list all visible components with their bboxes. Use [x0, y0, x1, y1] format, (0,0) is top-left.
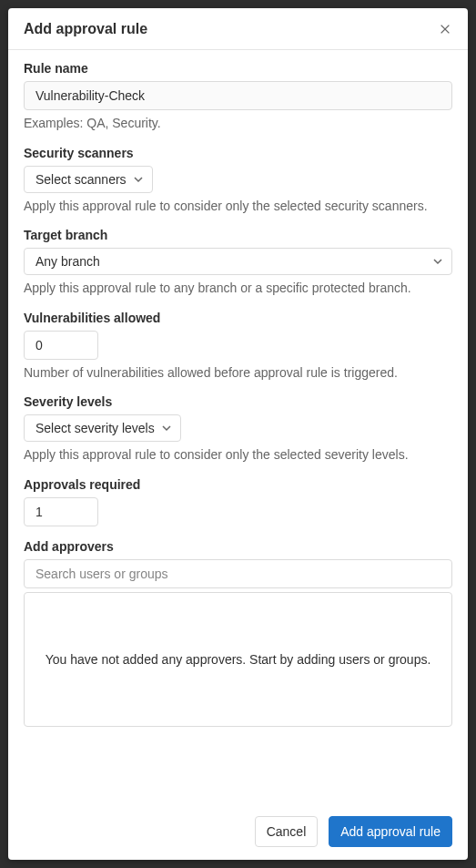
- add-approvers-label: Add approvers: [24, 539, 452, 554]
- vulnerabilities-allowed-input[interactable]: [24, 331, 98, 360]
- cancel-button[interactable]: Cancel: [255, 816, 319, 847]
- target-branch-help: Apply this approval rule to any branch o…: [24, 280, 452, 298]
- add-approval-rule-modal: Add approval rule Rule name Examples: QA…: [8, 8, 468, 860]
- security-scanners-dropdown[interactable]: Select scanners: [24, 166, 153, 193]
- security-scanners-group: Security scanners Select scanners Apply …: [24, 146, 452, 216]
- modal-body: Rule name Examples: QA, Security. Securi…: [8, 50, 468, 803]
- approvals-required-group: Approvals required: [24, 477, 452, 526]
- target-branch-group: Target branch Any branch Apply this appr…: [24, 228, 452, 298]
- vulnerabilities-allowed-help: Number of vulnerabilities allowed before…: [24, 364, 452, 383]
- rule-name-help: Examples: QA, Security.: [24, 115, 452, 133]
- vulnerabilities-allowed-label: Vulnerabilities allowed: [24, 311, 452, 325]
- rule-name-input[interactable]: [24, 81, 452, 110]
- close-button[interactable]: [437, 21, 453, 37]
- approvers-empty-text: You have not added any approvers. Start …: [46, 652, 431, 667]
- target-branch-value: Any branch: [35, 254, 100, 269]
- add-approvers-search[interactable]: [24, 559, 452, 588]
- severity-levels-label: Severity levels: [24, 394, 452, 409]
- chevron-down-icon: [433, 257, 442, 266]
- severity-levels-dropdown[interactable]: Select severity levels: [24, 414, 181, 442]
- security-scanners-help: Apply this approval rule to consider onl…: [24, 198, 452, 216]
- vulnerabilities-allowed-group: Vulnerabilities allowed Number of vulner…: [24, 311, 452, 383]
- target-branch-dropdown[interactable]: Any branch: [24, 248, 452, 275]
- chevron-down-icon: [134, 175, 143, 184]
- security-scanners-label: Security scanners: [24, 146, 452, 160]
- severity-levels-help: Apply this approval rule to consider onl…: [24, 446, 452, 465]
- target-branch-label: Target branch: [24, 228, 452, 242]
- add-approvers-group: Add approvers You have not added any app…: [24, 539, 452, 727]
- rule-name-label: Rule name: [24, 61, 452, 76]
- severity-levels-group: Severity levels Select severity levels A…: [24, 394, 452, 465]
- modal-title: Add approval rule: [24, 21, 147, 37]
- rule-name-group: Rule name Examples: QA, Security.: [24, 61, 452, 133]
- approvals-required-input[interactable]: [24, 497, 98, 526]
- security-scanners-value: Select scanners: [35, 172, 127, 187]
- chevron-down-icon: [162, 424, 171, 433]
- close-icon: [439, 23, 451, 36]
- approvers-empty-state: You have not added any approvers. Start …: [24, 592, 452, 727]
- severity-levels-value: Select severity levels: [35, 421, 155, 435]
- modal-header: Add approval rule: [8, 8, 468, 50]
- add-approval-rule-button[interactable]: Add approval rule: [329, 816, 452, 847]
- approvals-required-label: Approvals required: [24, 477, 452, 492]
- modal-footer: Cancel Add approval rule: [8, 803, 468, 860]
